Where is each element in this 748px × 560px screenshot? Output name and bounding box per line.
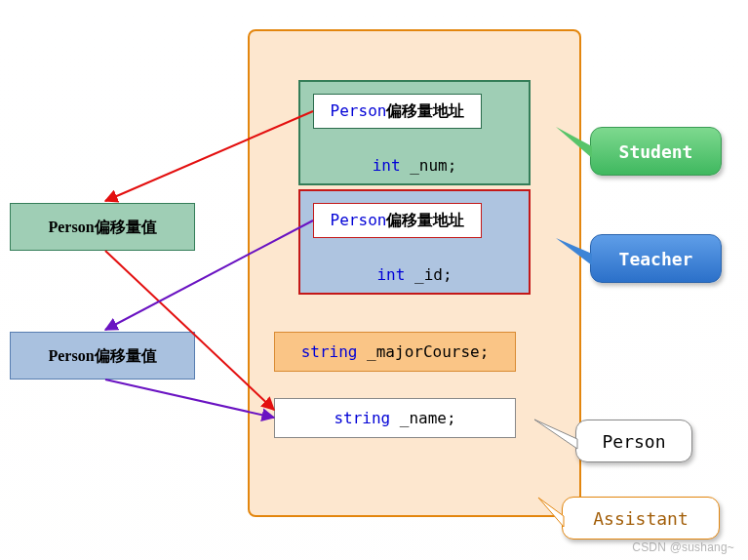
teacher-offset-prefix: Person bbox=[331, 211, 387, 229]
teacher-field: int _id; bbox=[298, 265, 531, 284]
teacher-semi: ; bbox=[443, 265, 453, 284]
offset-value-box-1: Person偏移量值 bbox=[10, 203, 195, 251]
major-name: _majorCourse bbox=[367, 342, 480, 361]
diagram-canvas: Person偏移量地址 int _num; Person偏移量地址 int _i… bbox=[0, 0, 748, 560]
student-field-name: _num bbox=[410, 156, 448, 175]
major-course-block: string _majorCourse; bbox=[274, 332, 516, 372]
teacher-field-name: _id bbox=[414, 265, 443, 284]
major-type: string bbox=[301, 342, 358, 361]
name-type: string bbox=[334, 409, 390, 427]
teacher-field-type: int bbox=[376, 265, 405, 284]
person-callout: Person bbox=[575, 420, 692, 462]
assistant-callout: Assistant bbox=[562, 497, 720, 540]
teacher-offset-suffix: 偏移量地址 bbox=[386, 212, 464, 228]
student-field: int _num; bbox=[298, 156, 531, 175]
student-offset-suffix: 偏移量地址 bbox=[386, 102, 464, 119]
student-offset-addr: Person偏移量地址 bbox=[313, 94, 482, 129]
person-name-block: string _name; bbox=[274, 398, 516, 438]
teacher-callout: Teacher bbox=[590, 234, 722, 283]
student-field-type: int bbox=[373, 156, 401, 175]
name-name: _name bbox=[400, 409, 447, 427]
teacher-offset-addr: Person偏移量地址 bbox=[313, 203, 482, 238]
student-semi: ; bbox=[448, 156, 457, 175]
watermark: CSDN @sushang~ bbox=[632, 540, 734, 554]
name-semi: ; bbox=[447, 409, 456, 427]
student-callout: Student bbox=[590, 127, 722, 176]
student-offset-prefix: Person bbox=[331, 101, 387, 120]
offset-value-box-2: Person偏移量值 bbox=[10, 332, 195, 380]
major-semi: ; bbox=[480, 342, 490, 361]
